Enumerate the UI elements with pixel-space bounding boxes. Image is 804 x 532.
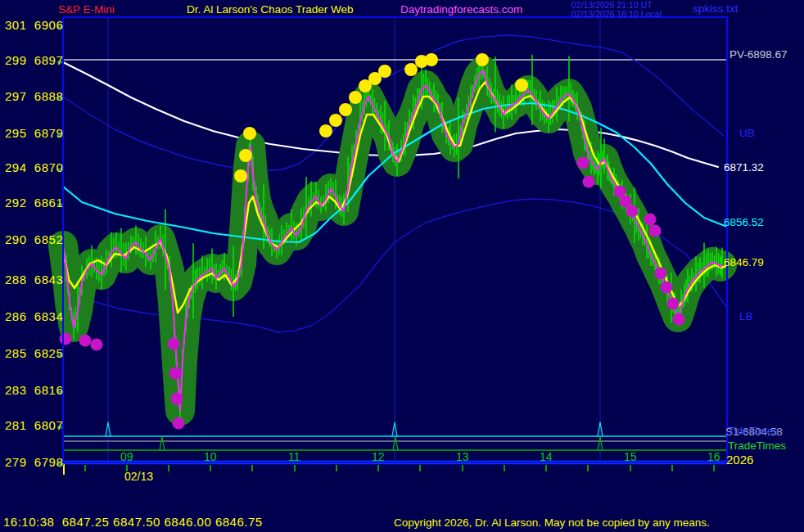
year-label: 2026 — [726, 453, 753, 466]
site-link[interactable]: Daytradingforecasts.com — [400, 4, 522, 16]
price-axis-row: 295 6879 — [5, 127, 63, 139]
price-axis-row: 294 6870 — [5, 161, 63, 174]
hour-label: 09 — [120, 451, 133, 462]
price-axis-row: 299 6897 — [5, 54, 63, 66]
chaos-trader-screen: S&P E-Mini Dr. Al Larson's Chaos Trader … — [0, 0, 804, 532]
quote-ohlc: 6847.25 6847.50 6846.00 6846.75 — [62, 515, 263, 529]
data-file-label[interactable]: spkiss.txt — [693, 3, 739, 15]
trade-times-label: TradeTimes — [728, 440, 786, 452]
price-axis-row: 288 6843 — [5, 273, 63, 286]
lower-band-label: LB — [739, 311, 753, 322]
local-timestamp: 02/13/2026 16:10 Local — [571, 10, 662, 19]
price-axis-row: 283 6816 — [5, 384, 63, 396]
price-axis-row: 290 6852 — [5, 233, 63, 246]
symbol-label: S&P E-Mini — [58, 4, 115, 16]
hour-label: 11 — [288, 451, 300, 462]
price-axis-row: 301 6906 — [5, 19, 63, 31]
quote-time: 16:10:38 — [3, 515, 54, 529]
utc-timestamp: 02/13/2026 21:10 UT — [571, 1, 653, 10]
hour-label: 12 — [372, 451, 385, 462]
hour-label: 16 — [707, 451, 720, 462]
price-axis-row: 297 6888 — [5, 90, 63, 102]
hour-label: 13 — [456, 451, 469, 462]
upper-band-label: UB — [739, 128, 755, 139]
last-price-value: 6846.79 — [724, 257, 764, 268]
tide-times-label: TideTimes — [728, 426, 779, 437]
price-axis-row: 286 6834 — [5, 310, 63, 322]
date-label: 02/13 — [124, 471, 153, 482]
price-axis-row: 292 6861 — [5, 196, 63, 209]
quote-line: 16:10:38 6847.25 6847.50 6846.00 6846.75 — [3, 516, 263, 528]
hour-label: 15 — [624, 451, 637, 462]
hour-label: 14 — [540, 451, 553, 462]
price-axis-row: 281 6807 — [5, 419, 63, 431]
white-ma-value: 6871.32 — [724, 162, 764, 174]
copyright-notice: Copyright 2026, Dr. Al Larson. May not b… — [394, 517, 710, 529]
price-axis-row: 279 6798 — [5, 456, 63, 468]
pivot-level-label: PV-6898.67 — [729, 49, 788, 61]
cyan-ma-value: 6856.52 — [724, 217, 764, 228]
page-title: Dr. Al Larson's Chaos Trader Web — [187, 4, 353, 16]
price-axis-row: 285 6825 — [5, 347, 63, 359]
hour-label: 10 — [204, 451, 217, 462]
